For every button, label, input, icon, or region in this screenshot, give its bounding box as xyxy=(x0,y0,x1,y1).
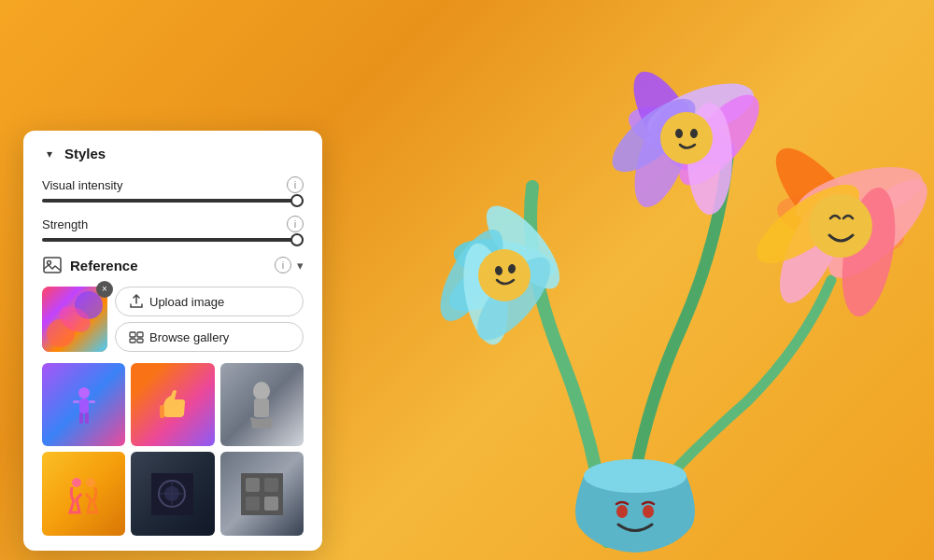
svg-rect-45 xyxy=(79,413,83,424)
svg-point-48 xyxy=(253,382,270,400)
svg-rect-44 xyxy=(89,400,95,403)
visual-intensity-slider-track[interactable] xyxy=(42,199,304,203)
styles-panel: ▾ Styles Visual intensity i Strength i xyxy=(23,131,322,551)
svg-rect-42 xyxy=(79,399,89,413)
upload-image-button[interactable]: Upload image xyxy=(115,287,304,316)
reference-chevron-icon[interactable]: ▾ xyxy=(297,259,304,273)
svg-rect-39 xyxy=(130,339,135,343)
selected-reference-thumbnail: × xyxy=(42,287,107,352)
reference-right: i ▾ xyxy=(275,257,304,273)
svg-rect-56 xyxy=(246,478,260,492)
visual-intensity-slider-thumb[interactable] xyxy=(290,194,304,207)
svg-rect-31 xyxy=(44,258,61,273)
reference-left: Reference xyxy=(42,255,138,275)
gallery-thumb-3[interactable] xyxy=(42,452,125,535)
close-icon: × xyxy=(102,285,107,294)
gallery-icon xyxy=(129,329,144,344)
reference-info-icon[interactable]: i xyxy=(275,257,291,273)
visual-intensity-label: Visual intensity xyxy=(42,178,122,192)
browse-gallery-button[interactable]: Browse gallery xyxy=(115,322,304,352)
strength-info-icon[interactable]: i xyxy=(287,216,304,232)
svg-rect-47 xyxy=(160,405,164,418)
gallery-thumb-5[interactable] xyxy=(220,452,304,535)
flowers-illustration xyxy=(280,0,934,560)
collapse-icon[interactable]: ▾ xyxy=(42,147,57,161)
svg-rect-57 xyxy=(264,478,278,492)
gallery-thumb-1[interactable] xyxy=(131,363,214,446)
remove-thumbnail-button[interactable]: × xyxy=(96,281,113,298)
svg-point-16 xyxy=(660,112,713,164)
svg-rect-46 xyxy=(85,413,89,424)
gallery-thumb-2[interactable] xyxy=(220,363,304,446)
upload-browse-buttons: Upload image Browse gallery xyxy=(115,287,304,352)
svg-point-6 xyxy=(478,249,531,301)
visual-intensity-section: Visual intensity i xyxy=(42,176,304,203)
upload-image-label: Upload image xyxy=(149,295,224,309)
reference-title: Reference xyxy=(70,258,138,273)
reference-actions: × Upload image xyxy=(42,287,304,352)
visual-intensity-label-row: Visual intensity i xyxy=(42,176,304,193)
gallery-grid xyxy=(42,363,304,536)
svg-rect-58 xyxy=(246,497,260,511)
strength-label: Strength xyxy=(42,217,88,231)
selected-thumbnail-image xyxy=(42,287,107,352)
svg-rect-37 xyxy=(130,332,135,337)
svg-rect-59 xyxy=(264,497,278,511)
svg-point-28 xyxy=(584,459,686,493)
svg-point-41 xyxy=(78,387,90,399)
svg-rect-43 xyxy=(73,400,79,403)
gallery-thumb-4[interactable] xyxy=(131,452,214,535)
browse-gallery-label: Browse gallery xyxy=(149,330,229,344)
svg-point-51 xyxy=(86,478,95,487)
strength-slider-track[interactable] xyxy=(42,238,304,242)
gallery-thumb-0[interactable] xyxy=(42,363,125,446)
svg-point-50 xyxy=(72,478,81,487)
panel-header: ▾ Styles xyxy=(42,146,304,161)
strength-slider-fill xyxy=(42,238,304,242)
reference-header: Reference i ▾ xyxy=(42,255,304,275)
svg-rect-40 xyxy=(137,339,143,343)
svg-rect-38 xyxy=(137,332,143,337)
strength-slider-thumb[interactable] xyxy=(290,233,304,246)
reference-image-icon xyxy=(42,255,63,275)
upload-icon xyxy=(129,294,144,309)
panel-title: Styles xyxy=(64,146,106,161)
svg-rect-49 xyxy=(254,399,269,417)
visual-intensity-info-icon[interactable]: i xyxy=(287,176,304,193)
reference-section: Reference i ▾ xyxy=(42,255,304,536)
svg-point-32 xyxy=(48,261,51,265)
strength-label-row: Strength i xyxy=(42,216,304,232)
svg-point-29 xyxy=(616,505,628,518)
strength-section: Strength i xyxy=(42,216,304,242)
visual-intensity-slider-fill xyxy=(42,199,304,203)
svg-point-30 xyxy=(643,505,654,518)
svg-point-26 xyxy=(809,194,872,258)
